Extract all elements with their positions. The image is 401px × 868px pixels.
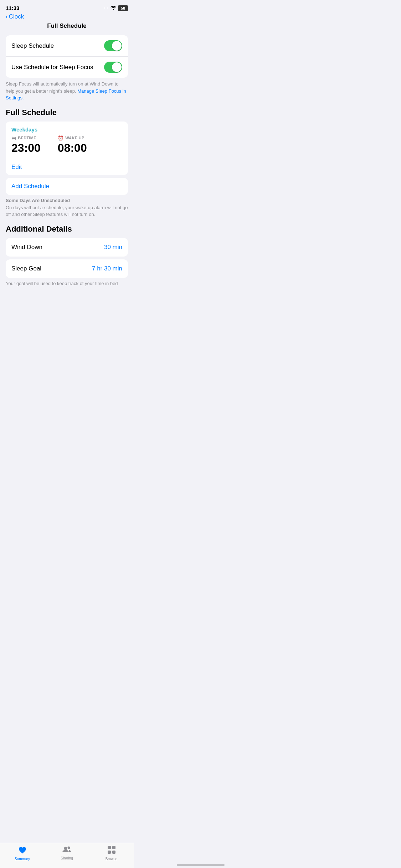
edit-row: Edit (6, 159, 128, 175)
sleep-focus-toggle[interactable] (104, 62, 122, 73)
bedtime-block: 🛏 BEDTIME 23:00 (11, 135, 41, 155)
bedtime-value: 23:00 (11, 141, 41, 155)
bedtime-header: 🛏 BEDTIME (11, 135, 41, 141)
edit-button[interactable]: Edit (11, 164, 22, 170)
sleep-schedule-row: Sleep Schedule (6, 35, 128, 56)
unscheduled-title: Some Days Are Unscheduled (6, 198, 128, 203)
schedule-times: 🛏 BEDTIME 23:00 ⏰ WAKE UP 08:00 (11, 135, 122, 155)
page-header: Full Schedule (0, 20, 134, 35)
wind-down-label: Wind Down (11, 244, 42, 251)
unscheduled-text: On days without a schedule, your wake-up… (6, 204, 128, 218)
signal-icon: ··· (104, 6, 109, 10)
cutoff-text: Your goal will be used to keep track of … (6, 281, 128, 286)
sleep-focus-label: Use Schedule for Sleep Focus (11, 64, 93, 71)
schedule-card-inner: Weekdays 🛏 BEDTIME 23:00 ⏰ WAKE UP 08:00 (6, 122, 128, 159)
sleep-goal-card[interactable]: Sleep Goal 7 hr 30 min (6, 259, 128, 278)
sleep-goal-row: Sleep Goal 7 hr 30 min (6, 259, 128, 278)
add-schedule-card: Add Schedule (6, 178, 128, 195)
status-time: 11:33 (6, 5, 19, 11)
weekdays-label: Weekdays (11, 126, 122, 133)
wifi-icon (110, 5, 116, 11)
add-schedule-button[interactable]: Add Schedule (11, 183, 49, 190)
wind-down-row: Wind Down 30 min (6, 238, 128, 257)
alarm-icon: ⏰ (58, 135, 63, 141)
chevron-left-icon: ‹ (6, 13, 8, 20)
wind-down-card[interactable]: Wind Down 30 min (6, 238, 128, 257)
nav-back-row: ‹ Clock (0, 12, 134, 20)
wind-down-value: 30 min (104, 244, 122, 251)
schedule-card: Weekdays 🛏 BEDTIME 23:00 ⏰ WAKE UP 08:00 (6, 122, 128, 175)
status-icons: ··· 58 (104, 5, 128, 11)
sleep-focus-row: Use Schedule for Sleep Focus (6, 56, 128, 78)
battery-icon: 58 (118, 5, 128, 11)
toggle-thumb-2 (112, 62, 122, 72)
sleep-schedule-toggle[interactable] (104, 40, 122, 51)
back-label: Clock (9, 13, 24, 20)
status-bar: 11:33 ··· 58 (0, 0, 134, 12)
full-schedule-heading: Full Schedule (6, 108, 128, 117)
bed-icon: 🛏 (11, 135, 16, 141)
sleep-schedule-label: Sleep Schedule (11, 42, 54, 50)
sleep-goal-label: Sleep Goal (11, 265, 41, 272)
unscheduled-note: Some Days Are Unscheduled On days withou… (6, 198, 128, 218)
additional-details-heading: Additional Details (6, 224, 128, 234)
wakeup-header: ⏰ WAKE UP (58, 135, 87, 141)
toggles-card: Sleep Schedule Use Schedule for Sleep Fo… (6, 35, 128, 78)
back-button[interactable]: ‹ Clock (6, 13, 128, 20)
wakeup-block: ⏰ WAKE UP 08:00 (58, 135, 87, 155)
wakeup-value: 08:00 (58, 141, 87, 155)
toggle-thumb (112, 41, 122, 51)
page-title: Full Schedule (47, 22, 87, 29)
sleep-goal-value: 7 hr 30 min (92, 265, 122, 272)
helper-text: Sleep Focus will automatically turn on a… (6, 81, 128, 102)
